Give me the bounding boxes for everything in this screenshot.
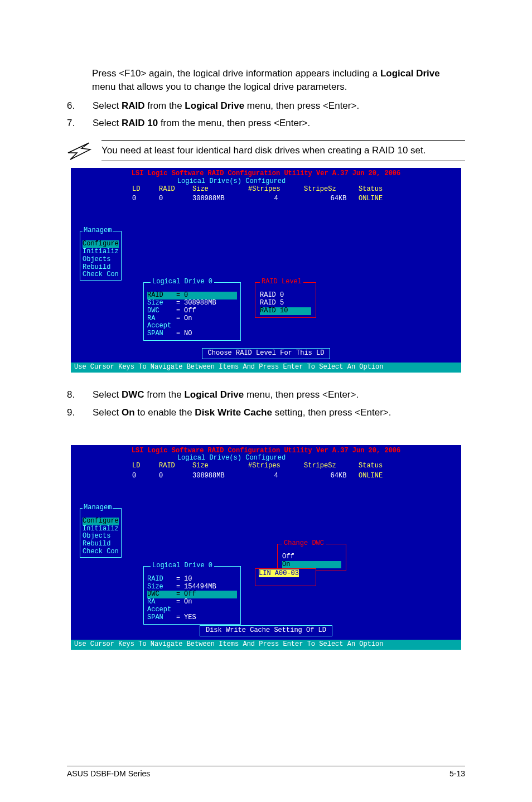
prompt-box: Disk Write Cache Setting Of LD — [200, 625, 332, 636]
term-title: LSI Logic Software RAID Configuration Ut… — [71, 445, 461, 455]
step-text: Select RAID from the Logical Drive menu,… — [93, 99, 465, 113]
col-size: Size — [192, 462, 248, 470]
footer-left: ASUS DSBF-DM Series — [67, 769, 150, 780]
lin-label: LIN A00-03 — [259, 569, 299, 577]
cell-raid: 0 — [159, 195, 192, 203]
col-status: Status — [359, 462, 409, 470]
dwc-opt-on[interactable]: On — [282, 561, 341, 569]
term-footer: Use Cursor Keys To Navigate Between Item… — [71, 640, 461, 650]
ld-accept-row[interactable]: Accept — [147, 606, 237, 614]
intro-text-c: menu that allows you to change the logic… — [92, 81, 347, 92]
col-raid: RAID — [159, 462, 192, 470]
cell-raid: 0 — [159, 472, 192, 480]
cell-szval: 64 — [304, 472, 338, 480]
cell-szunit: KB — [338, 195, 359, 203]
ld-ra-row[interactable]: RA=On — [147, 598, 237, 606]
bios-screen-1: LSI Logic Software RAID Configuration Ut… — [71, 168, 461, 373]
intro-text-b: Logical Drive — [380, 68, 440, 79]
col-ld: LD — [132, 186, 159, 194]
cell-status: ONLINE — [359, 472, 409, 480]
menu-item-rebuild[interactable]: Rebuild — [83, 540, 119, 548]
menu-item-initialize[interactable]: Initializ — [83, 248, 119, 256]
ld-raid-row[interactable]: RAID=10 — [147, 576, 237, 583]
step-num: 9. — [67, 406, 77, 419]
menu-item-checkcon[interactable]: Check Con — [83, 548, 119, 556]
step-num: 8. — [67, 388, 77, 402]
ld-dwc-row[interactable]: DWC=Off — [147, 307, 237, 315]
menu-item-objects[interactable]: Objects — [83, 256, 119, 264]
menu-item-configure[interactable]: Configure — [83, 240, 119, 248]
menu-item-configure[interactable]: Configure — [83, 518, 119, 525]
step-num: 6. — [67, 99, 77, 113]
cell-size: 308988MB — [192, 472, 248, 480]
step-text: Select RAID 10 from the menu, then press… — [93, 117, 465, 130]
note-icon — [67, 141, 91, 161]
menu-item-objects[interactable]: Objects — [83, 533, 119, 540]
page-footer: ASUS DSBF-DM Series 5-13 — [67, 766, 465, 780]
menu-label: Managem — [83, 504, 113, 512]
raid-level-popup[interactable]: RAID Level RAID 0 RAID 5 RAID 10 — [255, 282, 316, 317]
dwc-popup-label: Change DWC — [282, 539, 326, 547]
cell-ld: 0 — [132, 472, 159, 480]
footer-right: 5-13 — [449, 769, 465, 780]
cell-size: 308988MB — [192, 195, 248, 203]
ld-ra-row[interactable]: RA=On — [147, 315, 237, 323]
term-title: LSI Logic Software RAID Configuration Ut… — [71, 168, 461, 178]
note-row: You need at least four identical hard di… — [67, 140, 465, 161]
col-raid: RAID — [159, 186, 192, 194]
note-text: You need at least four identical hard di… — [101, 140, 465, 161]
menu-label: Managem — [83, 227, 113, 235]
menu-item-rebuild[interactable]: Rebuild — [83, 264, 119, 272]
col-size: Size — [192, 186, 248, 194]
ld-box-label: Logical Drive 0 — [151, 562, 214, 569]
change-dwc-popup[interactable]: Change DWC Off On — [277, 544, 346, 571]
intro-text-a: Press <F10> again, the logical drive inf… — [92, 68, 380, 79]
ld-span-row[interactable]: SPAN=YES — [147, 614, 237, 622]
cell-szunit: KB — [338, 472, 359, 480]
step-text: Select DWC from the Logical Drive menu, … — [93, 388, 465, 402]
cell-stripes: 4 — [248, 472, 304, 480]
cell-stripes: 4 — [248, 195, 304, 203]
ld-raid-row[interactable]: RAID=0 — [147, 292, 237, 299]
col-stripes: #Stripes — [248, 186, 304, 194]
step-7: 7. Select RAID 10 from the menu, then pr… — [67, 117, 465, 130]
subhead: Logical Drive(s) Configured — [159, 178, 304, 186]
step-num: 7. — [67, 117, 77, 130]
col-ld: LD — [132, 462, 159, 470]
step-text: Select On to enable the Disk Write Cache… — [93, 406, 465, 419]
dwc-opt-off[interactable]: Off — [282, 553, 341, 561]
prompt-box: Choose RAID Level For This LD — [202, 348, 331, 359]
raid-popup-label: RAID Level — [260, 278, 303, 286]
logical-drive-0-box[interactable]: Logical Drive 0 RAID=10 Size=154494MB DW… — [143, 566, 241, 625]
raid-opt-5[interactable]: RAID 5 — [260, 299, 311, 307]
menu-item-initialize[interactable]: Initializ — [83, 525, 119, 533]
intro-paragraph: Press <F10> again, the logical drive inf… — [92, 67, 465, 94]
step-6: 6. Select RAID from the Logical Drive me… — [67, 99, 465, 113]
bios-screen-2: LSI Logic Software RAID Configuration Ut… — [71, 445, 461, 650]
term-footer: Use Cursor Keys To Navigate Between Item… — [71, 363, 461, 373]
ld-span-row[interactable]: SPAN=NO — [147, 330, 237, 338]
ld-size-row[interactable]: Size=308988MB — [147, 299, 237, 307]
col-stripesz: StripeSz — [304, 186, 359, 194]
col-status: Status — [359, 186, 409, 194]
management-menu[interactable]: Managem Configure Initializ Objects Rebu… — [80, 231, 122, 281]
step-9: 9. Select On to enable the Disk Write Ca… — [67, 406, 465, 419]
logical-drive-0-box[interactable]: Logical Drive 0 RAID=0 Size=308988MB DWC… — [143, 282, 241, 341]
cell-ld: 0 — [132, 195, 159, 203]
ld-dwc-row[interactable]: DWC=Off — [147, 591, 237, 598]
col-stripes: #Stripes — [248, 462, 304, 470]
raid-opt-0[interactable]: RAID 0 — [260, 292, 311, 299]
raid-opt-10[interactable]: RAID 10 — [260, 307, 311, 315]
cell-szval: 64 — [304, 195, 338, 203]
ld-accept-row[interactable]: Accept — [147, 322, 237, 330]
ld-box-label: Logical Drive 0 — [151, 278, 214, 286]
menu-item-checkcon[interactable]: Check Con — [83, 271, 119, 279]
col-stripesz: StripeSz — [304, 462, 359, 470]
cell-status: ONLINE — [359, 195, 409, 203]
step-8: 8. Select DWC from the Logical Drive men… — [67, 388, 465, 402]
lin-box: LIN A00-03 — [255, 568, 316, 586]
ld-size-row[interactable]: Size=154494MB — [147, 583, 237, 591]
subhead: Logical Drive(s) Configured — [159, 455, 304, 462]
management-menu[interactable]: Managem Configure Initializ Objects Rebu… — [80, 508, 122, 558]
